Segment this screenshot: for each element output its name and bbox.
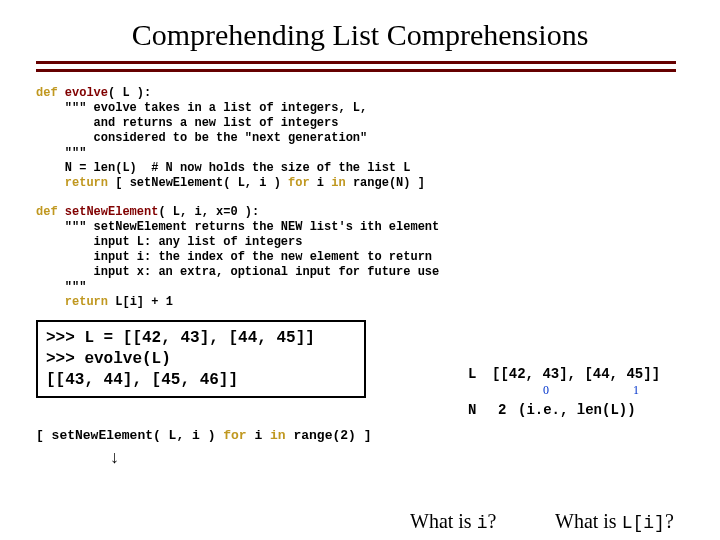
var-i: i xyxy=(477,513,488,533)
kw-for: for xyxy=(288,176,310,190)
down-arrow-icon: ↓ xyxy=(110,447,119,468)
fn-evolve: evolve xyxy=(65,86,108,100)
kw-def: def xyxy=(36,86,58,100)
expanded-listcomp: [ setNewElement( L, i ) for i in range(2… xyxy=(36,428,720,443)
kw-def: def xyxy=(36,205,58,219)
rule-bottom xyxy=(36,69,676,72)
fn-setnewelement: setNewElement xyxy=(65,205,159,219)
annot-L-idx1: 1 xyxy=(633,383,639,398)
rule-top xyxy=(36,61,676,64)
kw-for: for xyxy=(223,428,246,443)
kw-return: return xyxy=(65,176,108,190)
code-evolve: def evolve( L ): """ evolve takes in a l… xyxy=(36,86,684,191)
annot-L-idx0: 0 xyxy=(543,383,549,398)
kw-in: in xyxy=(270,428,286,443)
annot-L-value: [[42, 43], [44, 45]] xyxy=(492,366,660,382)
annot-L-label: L xyxy=(468,366,476,382)
annot-N-label: N xyxy=(468,402,476,418)
slide-title: Comprehending List Comprehensions xyxy=(0,0,720,60)
repl-box: >>> L = [[42, 43], [44, 45]] >>> evolve(… xyxy=(36,320,366,398)
var-Li: L[i] xyxy=(622,513,665,533)
annot-N-note: (i.e., len(L)) xyxy=(518,402,636,418)
question-L-i: What is L[i]? xyxy=(555,510,674,533)
kw-return: return xyxy=(65,295,108,309)
code-setnewelement: def setNewElement( L, i, x=0 ): """ setN… xyxy=(36,205,684,310)
kw-in: in xyxy=(331,176,345,190)
annot-N-value: 2 xyxy=(498,402,506,418)
question-i: What is i? xyxy=(410,510,496,533)
